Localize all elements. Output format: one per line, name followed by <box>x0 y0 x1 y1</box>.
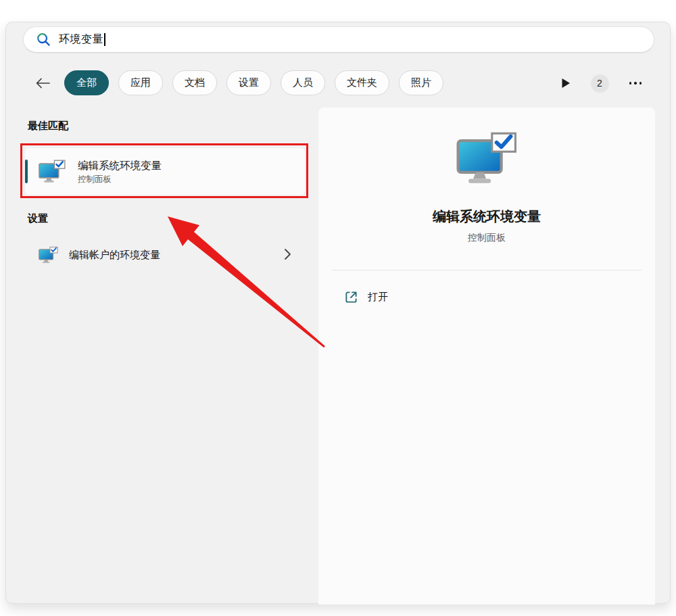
preview-subtitle: 控制面板 <box>318 232 655 244</box>
more-icon <box>639 82 642 85</box>
search-query-text: 环境变量 <box>59 32 103 47</box>
more-options-button[interactable] <box>629 82 642 85</box>
play-button[interactable] <box>561 78 571 89</box>
filter-toolbar: 全部 应用 文档 设置 人员 文件夹 照片 2 <box>6 70 670 96</box>
search-flyout-window: 环境变量 全部 应用 文档 设置 人员 文件夹 照片 <box>5 22 671 604</box>
tab-apps[interactable]: 应用 <box>118 70 163 95</box>
back-arrow-icon <box>35 78 50 89</box>
preview-title: 编辑系统环境变量 <box>318 208 655 226</box>
result-title: 编辑帐户的环境变量 <box>69 249 160 262</box>
more-icon <box>629 82 632 85</box>
tab-settings[interactable]: 设置 <box>226 70 271 95</box>
filter-tabs: 全部 应用 文档 设置 人员 文件夹 照片 <box>64 70 443 95</box>
screen: 环境变量 全部 应用 文档 设置 人员 文件夹 照片 <box>0 0 676 616</box>
system-properties-icon <box>39 159 66 185</box>
result-title: 编辑系统环境变量 <box>78 158 162 172</box>
back-button[interactable] <box>33 75 52 91</box>
preview-panel: 编辑系统环境变量 控制面板 打开 <box>318 108 655 605</box>
open-external-icon <box>344 290 358 304</box>
counter-badge[interactable]: 2 <box>591 74 609 93</box>
tab-folders[interactable]: 文件夹 <box>335 70 389 95</box>
search-icon <box>37 32 51 47</box>
text-caret <box>104 33 105 46</box>
more-icon <box>634 82 637 85</box>
play-icon <box>561 78 571 89</box>
tab-all[interactable]: 全部 <box>64 70 109 95</box>
best-match-header: 最佳匹配 <box>28 120 68 133</box>
result-item-edit-account-env-vars[interactable]: 编辑帐户的环境变量 <box>21 237 309 273</box>
toolbar-right-controls: 2 <box>561 70 642 96</box>
result-subtitle: 控制面板 <box>78 174 162 185</box>
account-env-vars-icon <box>39 246 58 264</box>
search-input[interactable]: 环境变量 <box>23 26 654 53</box>
system-properties-icon-large <box>456 132 517 186</box>
divider <box>332 270 642 270</box>
selection-accent-bar <box>25 160 28 183</box>
tab-photos[interactable]: 照片 <box>399 70 443 95</box>
tab-documents[interactable]: 文档 <box>172 70 217 95</box>
open-action[interactable]: 打开 <box>332 282 642 312</box>
settings-section-header: 设置 <box>28 212 48 225</box>
tab-people[interactable]: 人员 <box>281 70 325 95</box>
result-item-edit-system-env-vars[interactable]: 编辑系统环境变量 控制面板 <box>25 148 305 195</box>
open-label: 打开 <box>368 291 388 304</box>
chevron-right-icon <box>284 248 291 260</box>
